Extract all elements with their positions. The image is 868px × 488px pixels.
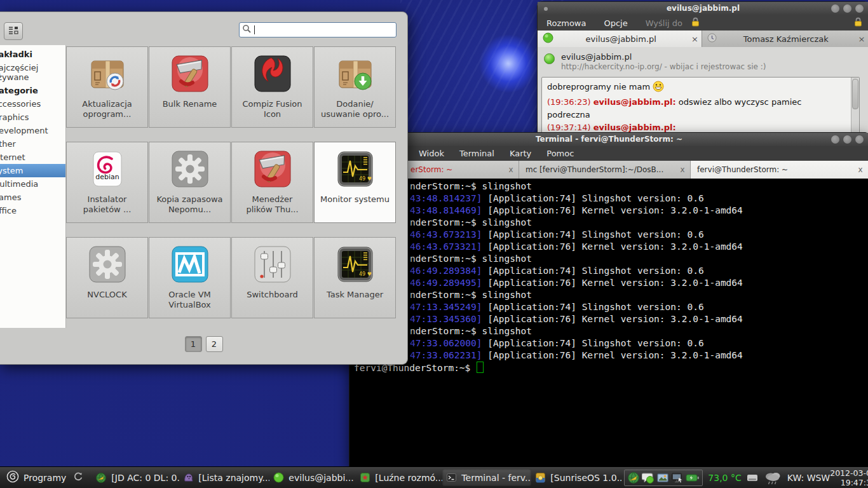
sidebar-item-development[interactable]: Development bbox=[0, 124, 66, 137]
app-tile-switchboard[interactable]: Switchboard bbox=[231, 237, 313, 318]
sidebar-item-graphics[interactable]: Graphics bbox=[0, 111, 66, 124]
app-tile-monitor-systemu[interactable]: 49 ♥Monitor systemu bbox=[314, 142, 396, 223]
sidebar-item-najczęściej-używane[interactable]: Najczęściejużywane bbox=[0, 61, 66, 84]
image-viewer-icon[interactable] bbox=[656, 471, 669, 484]
app-tile-kopia-zapasowa-nepomu-[interactable]: Kopia zapasowaNepomu... bbox=[149, 142, 231, 223]
terminal-window-title: Terminal - fervi@ThunderStorm: ~ bbox=[536, 135, 682, 144]
clock[interactable]: 2012-03-08 19:47:37 bbox=[830, 468, 868, 487]
sidebar-item-label: Development bbox=[0, 126, 66, 135]
applications-menu-button[interactable]: Programy bbox=[3, 469, 70, 486]
close-tab-icon[interactable]: × bbox=[855, 34, 868, 44]
taskbar-window-label: [JD AC: 0 DL: 0... bbox=[111, 473, 179, 483]
maximize-button[interactable] bbox=[843, 135, 851, 144]
message-sender: evilus@jabbim.pl: bbox=[593, 97, 676, 107]
sidebar-item-label: Graphics bbox=[0, 112, 66, 122]
close-tab-icon[interactable]: x bbox=[853, 165, 868, 174]
terminal-titlebar[interactable]: Terminal - fervi@ThunderStorm: ~ bbox=[349, 133, 868, 147]
app-tile-label: Aktualizacjaoprogram... bbox=[68, 99, 146, 119]
status-offline-icon bbox=[707, 33, 717, 44]
terminal-menu-pomoc[interactable]: Pomoc bbox=[539, 149, 581, 158]
taskbar-window-button-3[interactable]: evilus@jabbi... bbox=[269, 469, 356, 486]
desktop: evilus@jabbim.pl RozmowaOpcjeWyślij do e… bbox=[0, 0, 868, 488]
chat-bubble-status-icon[interactable] bbox=[642, 471, 654, 484]
maximize-button[interactable] bbox=[843, 4, 851, 13]
close-tab-icon[interactable]: × bbox=[689, 34, 702, 44]
circular-arrow-icon bbox=[73, 471, 83, 484]
close-button[interactable] bbox=[855, 4, 864, 13]
chat-menu-opcje[interactable]: Opcje bbox=[595, 18, 636, 28]
grin-smiley-icon bbox=[653, 81, 664, 96]
page-button-1[interactable]: 1 bbox=[185, 336, 202, 352]
contact-name: evilus@jabbim.pl bbox=[561, 52, 766, 62]
app-tile-compiz-fusion-icon[interactable]: Compiz FusionIcon bbox=[231, 46, 313, 128]
app-tile-label: Switchboard bbox=[233, 290, 311, 300]
close-tab-icon[interactable]: x bbox=[503, 165, 519, 174]
close-tab-icon[interactable]: x bbox=[675, 165, 690, 174]
chat-scrollbar[interactable] bbox=[851, 78, 859, 141]
terminal-menu-karty[interactable]: Karty bbox=[502, 149, 539, 158]
app-tile-menedżer-plików-thu-[interactable]: Menedżerplików Thu... bbox=[231, 142, 313, 223]
chat-menu-rozmowa[interactable]: Rozmowa bbox=[538, 18, 595, 28]
chat-titlebar[interactable]: evilus@jabbim.pl bbox=[538, 2, 868, 16]
svg-text:49 ♥: 49 ♥ bbox=[359, 271, 372, 277]
terminal-tab-3[interactable]: fervi@ThunderStorm: ~x bbox=[691, 161, 868, 179]
log-text: [Application:76] Kernel version: 3.2.0-1… bbox=[482, 205, 743, 215]
terminal-content[interactable]: nderStorm:~$ slingshot43:48.814237] [App… bbox=[349, 179, 868, 468]
terminal-line: 47:33.062231] [Application:76] Kernel ve… bbox=[410, 349, 743, 362]
clock-date: 2012-03-08 bbox=[830, 468, 868, 478]
taskbar-window-button-5[interactable]: Terminal - ferv... bbox=[442, 469, 531, 486]
terminal-menu-terminal[interactable]: Terminal bbox=[452, 149, 502, 158]
close-button[interactable] bbox=[855, 135, 864, 144]
taskbar-window-button-4[interactable]: [Luźne rozmó... bbox=[356, 469, 442, 486]
encryption-lock-icon[interactable] bbox=[691, 17, 700, 29]
window-menu-dot-icon[interactable] bbox=[544, 7, 548, 11]
app-tile-dodanie-usuwanie-opro-[interactable]: Dodanie/usuwanie opro... bbox=[314, 46, 396, 128]
sidebar-item-multimedia[interactable]: Multimedia bbox=[0, 177, 66, 191]
chat-tab-1[interactable]: evilus@jabbim.pl× bbox=[538, 30, 702, 47]
battery-icon[interactable] bbox=[686, 473, 700, 483]
scrollbar-thumb[interactable] bbox=[852, 79, 858, 109]
search-input[interactable] bbox=[239, 22, 397, 37]
sidebar-item-label: Zakładki bbox=[0, 50, 66, 59]
system-monitor-icon: 49 ♥ bbox=[335, 244, 376, 285]
sidebar-item-internet[interactable]: Internet bbox=[0, 151, 66, 164]
debian-swirl-icon bbox=[6, 470, 19, 485]
app-tile-label: Menedżerplików Thu... bbox=[233, 194, 311, 215]
app-tile-bulk-rename[interactable]: Bulk Rename bbox=[149, 46, 231, 128]
sidebar-item-accessories[interactable]: Accessories bbox=[0, 97, 66, 111]
view-toggle-button[interactable] bbox=[4, 22, 23, 40]
terminal-line: nderStorm:~$ slingshot bbox=[410, 325, 743, 337]
terminal-menu-widok[interactable]: Widok bbox=[411, 149, 452, 158]
sidebar-item-games[interactable]: Games bbox=[0, 191, 66, 204]
sidebar-item-label: Najczęściejużywane bbox=[0, 63, 66, 82]
app-tile-label: NVCLOCK bbox=[68, 290, 146, 300]
chat-tab-bar: evilus@jabbim.pl×Tomasz Kaźmierczak× bbox=[538, 30, 868, 47]
taskbar-window-button-1[interactable]: [JD AC: 0 DL: 0... bbox=[92, 469, 179, 486]
sidebar-item-office[interactable]: Office bbox=[0, 204, 66, 217]
chat-tab-2[interactable]: Tomasz Kaźmierczak× bbox=[702, 30, 868, 47]
app-tile-instalator-pakietów-[interactable]: debianInstalatorpakietów ... bbox=[66, 142, 148, 223]
display-pointer-icon[interactable] bbox=[671, 471, 684, 484]
taskbar-window-button-2[interactable]: [Lista znajomy... bbox=[179, 469, 269, 486]
show-desktop-button[interactable] bbox=[70, 469, 86, 486]
disk-icon[interactable] bbox=[747, 473, 758, 482]
taskbar-window-button-6[interactable]: [SunriseOS 1.0... bbox=[531, 469, 621, 486]
page-button-2[interactable]: 2 bbox=[206, 336, 223, 352]
gear-dark-icon bbox=[170, 149, 210, 189]
minimize-button[interactable] bbox=[831, 4, 839, 13]
sidebar-item-system[interactable]: System bbox=[0, 164, 65, 177]
minimize-button[interactable] bbox=[831, 135, 839, 144]
app-tile-aktualizacja-oprogram-[interactable]: Aktualizacjaoprogram... bbox=[66, 46, 148, 128]
app-tile-oracle-vm-virtualbox[interactable]: Oracle VMVirtualBox bbox=[149, 237, 231, 318]
taskbar-window-label: [SunriseOS 1.0... bbox=[550, 473, 621, 483]
jdownloader-globe-icon[interactable] bbox=[627, 471, 640, 484]
rain-cloud-icon[interactable] bbox=[763, 470, 782, 485]
sidebar-item-other[interactable]: Other bbox=[0, 137, 66, 151]
chat-menu-wyślij-do[interactable]: Wyślij do bbox=[637, 18, 691, 28]
system-tray bbox=[624, 470, 703, 486]
app-tile-task-manager[interactable]: 49 ♥Task Manager bbox=[314, 237, 396, 318]
app-tile-nvclock[interactable]: NVCLOCK bbox=[66, 237, 148, 318]
system-monitor-icon: 49 ♥ bbox=[335, 149, 376, 189]
terminal-tab-2[interactable]: mc [fervi@ThunderStorm]:~/DosB...x bbox=[519, 161, 691, 179]
app-tile-label: Bulk Rename bbox=[151, 99, 229, 109]
